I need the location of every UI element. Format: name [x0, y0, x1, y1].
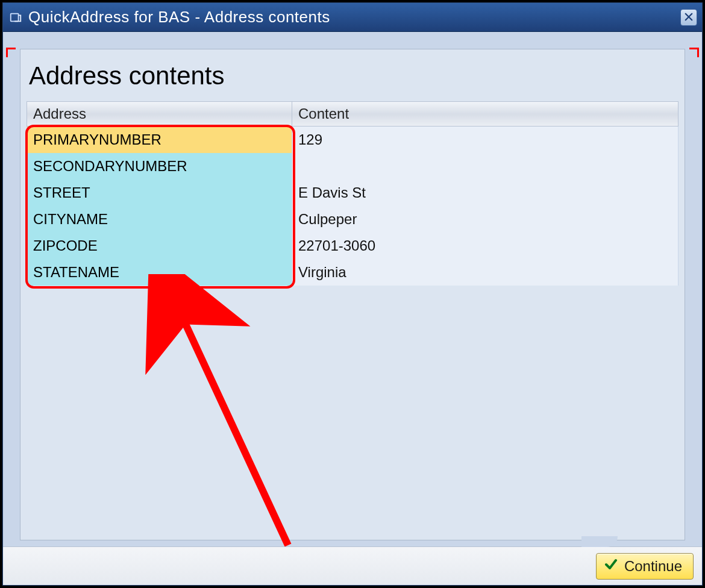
window-icon [9, 11, 22, 24]
address-table: Address Content PRIMARYNUMBER129SECONDAR… [27, 101, 678, 286]
col-header-content[interactable]: Content [292, 102, 678, 127]
continue-button[interactable]: Continue [596, 553, 694, 580]
table-row[interactable]: CITYNAMECulpeper [27, 206, 678, 233]
address-value-cell[interactable]: 129 [292, 127, 678, 153]
address-value-cell[interactable] [292, 153, 678, 180]
annotation-corner [689, 48, 699, 57]
content-panel: Address contents Address Content PRIMARY… [20, 49, 685, 540]
table-row[interactable]: PRIMARYNUMBER129 [27, 127, 678, 153]
svg-rect-0 [11, 13, 19, 21]
window-title: QuickAddress for BAS - Address contents [28, 8, 680, 27]
address-field-cell[interactable]: SECONDARYNUMBER [27, 153, 292, 180]
table-row[interactable]: ZIPCODE22701-3060 [27, 233, 678, 259]
address-value-cell[interactable]: Virginia [292, 259, 678, 286]
check-icon [604, 557, 618, 575]
svg-line-1 [174, 298, 288, 545]
continue-label: Continue [624, 558, 682, 575]
address-field-cell[interactable]: PRIMARYNUMBER [27, 127, 292, 153]
dialog-window: QuickAddress for BAS - Address contents … [2, 2, 703, 586]
dialog-footer: Continue [3, 546, 702, 585]
page-heading: Address contents [29, 61, 678, 90]
title-bar: QuickAddress for BAS - Address contents [3, 3, 702, 32]
address-value-cell[interactable]: 22701-3060 [292, 233, 678, 259]
table-row[interactable]: SECONDARYNUMBER [27, 153, 678, 180]
address-field-cell[interactable]: STREET [27, 180, 292, 206]
address-field-cell[interactable]: CITYNAME [27, 206, 292, 233]
annotation-corner [6, 48, 16, 57]
address-field-cell[interactable]: ZIPCODE [27, 233, 292, 259]
address-field-cell[interactable]: STATENAME [27, 259, 292, 286]
dialog-body: Address contents Address Content PRIMARY… [3, 32, 702, 585]
annotation-arrow [137, 274, 318, 575]
table-row[interactable]: STREETE Davis St [27, 180, 678, 206]
table-row[interactable]: STATENAMEVirginia [27, 259, 678, 286]
close-icon [683, 8, 694, 27]
table-header-row: Address Content [27, 102, 678, 127]
address-value-cell[interactable]: Culpeper [292, 206, 678, 233]
col-header-address[interactable]: Address [27, 102, 292, 127]
close-button[interactable] [680, 9, 697, 26]
address-value-cell[interactable]: E Davis St [292, 180, 678, 206]
